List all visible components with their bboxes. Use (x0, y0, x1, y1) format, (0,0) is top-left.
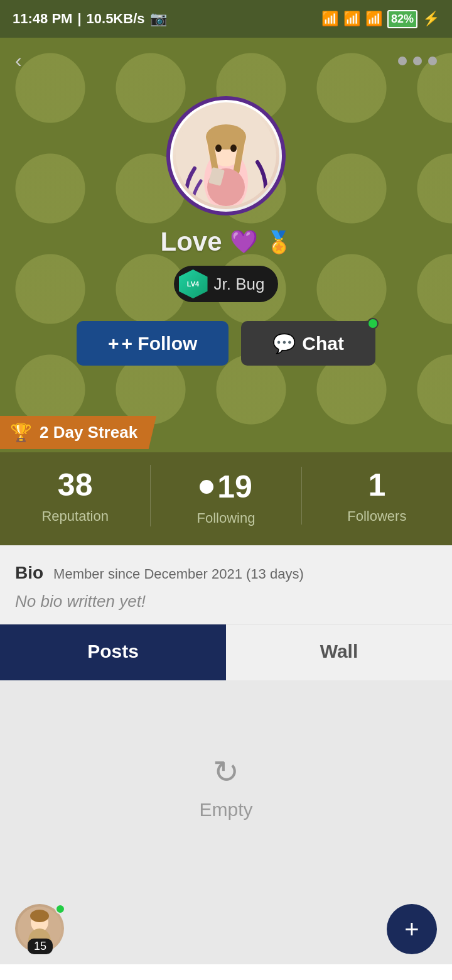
tab-posts[interactable]: Posts (0, 624, 226, 680)
wifi-icon: 📶 (365, 11, 382, 27)
empty-label: Empty (199, 799, 252, 820)
vine-decoration-2 (166, 96, 286, 215)
battery-indicator: 82% (387, 10, 417, 28)
plus-icon: + (404, 915, 419, 944)
tabs-row: Posts Wall (0, 624, 452, 680)
kik-logo: kik. (211, 976, 264, 981)
level-gem: LV4 (179, 270, 208, 298)
reputation-label: Reputation (41, 508, 108, 525)
tab-wall-label: Wall (320, 641, 358, 662)
chat-button[interactable]: 💬 Chat (241, 321, 375, 366)
signal2-icon: 📶 (343, 11, 360, 27)
back-icon: ‹ (15, 49, 22, 72)
chat-label: Chat (302, 333, 344, 354)
followers-value: 1 (368, 467, 385, 503)
bio-title-row: Bio Member since December 2021 (13 days) (15, 563, 437, 583)
separator: | (77, 11, 81, 27)
time: 11:48 PM (13, 11, 72, 27)
fab-button[interactable]: + (387, 904, 437, 954)
status-left: 11:48 PM | 10.5KB/s 📷 (13, 11, 167, 27)
current-user-online (55, 904, 65, 914)
following-value: 19 (200, 465, 252, 505)
level-badge: LV4 Jr. Bug (174, 266, 279, 302)
level-badge-row: LV4 Jr. Bug (0, 266, 452, 302)
refresh-icon: ↻ (213, 754, 239, 790)
bio-section: Bio Member since December 2021 (13 days)… (0, 545, 452, 624)
current-user-avatar[interactable]: 15 (15, 904, 65, 954)
stat-following[interactable]: 19 Following (150, 465, 301, 526)
status-right: 📶 📶 📶 82% ⚡ (321, 10, 439, 28)
following-label: Following (197, 510, 256, 526)
ad-text: Chat with new friends today! (13, 976, 151, 980)
bio-title: Bio (15, 563, 43, 583)
streak-text: 2 Day Streak (40, 423, 137, 442)
menu-dot-2 (413, 57, 422, 65)
trophy-icon: 🏆 (10, 422, 32, 443)
ad-banner[interactable]: Chat with new friends today! kik. Downlo… (0, 964, 452, 980)
username-row: Love 💜 🏅 (0, 227, 452, 257)
status-bar: 11:48 PM | 10.5KB/s 📷 📶 📶 📶 82% ⚡ (0, 0, 452, 38)
content-area: ↻ Empty (0, 680, 452, 894)
action-buttons: + + Follow 💬 Chat (0, 321, 452, 366)
reputation-value: 38 (58, 467, 93, 503)
streak-inner: 🏆 2 Day Streak (0, 416, 156, 449)
level-title: Jr. Bug (214, 275, 265, 294)
bio-text: No bio written yet! (15, 592, 437, 611)
heart-icon: 💜 (230, 229, 258, 255)
top-nav: ‹ (0, 38, 452, 84)
menu-dot-1 (398, 57, 407, 65)
current-user-badge: 15 (28, 939, 53, 954)
bolt-icon: ⚡ (422, 11, 439, 27)
stats-bar: 38 Reputation 19 Following 1 Followers (0, 452, 452, 545)
badge-icon: 🏅 (266, 229, 292, 254)
speed: 10.5KB/s (87, 11, 145, 27)
bio-since: Member since December 2021 (13 days) (53, 566, 304, 582)
stat-followers[interactable]: 1 Followers (301, 467, 452, 525)
back-button[interactable]: ‹ (15, 49, 22, 72)
bottom-float: 15 + (0, 894, 452, 964)
stat-reputation[interactable]: 38 Reputation (0, 467, 150, 525)
online-indicator (367, 318, 379, 329)
signal-icon: 📶 (321, 11, 338, 27)
tab-wall[interactable]: Wall (226, 624, 452, 680)
avatar-container (0, 96, 452, 215)
followers-label: Followers (347, 508, 406, 525)
svg-point-13 (30, 910, 49, 922)
follow-button[interactable]: + + Follow (77, 321, 229, 366)
streak-banner: 🏆 2 Day Streak (0, 416, 452, 449)
chat-icon: 💬 (272, 332, 296, 354)
menu-dot-3 (428, 57, 437, 65)
username: Love (160, 227, 222, 257)
follow-label: + Follow (122, 333, 198, 354)
avatar-ring (166, 96, 286, 215)
profile-header: ‹ (0, 38, 452, 452)
menu-dots[interactable] (398, 57, 437, 65)
tab-posts-label: Posts (87, 641, 139, 662)
follow-icon: + (108, 333, 119, 354)
record-icon: 📷 (150, 11, 167, 27)
